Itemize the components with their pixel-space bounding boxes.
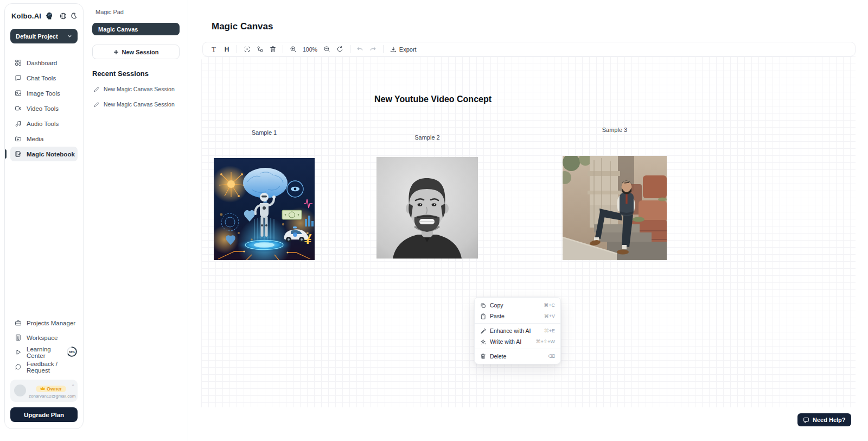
pencil-icon — [93, 86, 99, 92]
delete-tool-button[interactable] — [266, 43, 279, 55]
zoom-out-icon — [323, 46, 330, 53]
sidebar-item-audio-tools[interactable]: Audio Tools — [10, 116, 78, 131]
zoom-out-button[interactable] — [321, 43, 334, 55]
reset-rotate-icon — [336, 46, 343, 53]
flow-connector-icon — [257, 46, 264, 53]
download-icon — [390, 46, 397, 53]
context-menu-label: Delete — [490, 353, 506, 360]
context-menu-label: Write with AI — [490, 338, 521, 345]
magic-pad-item[interactable]: Magic Pad — [92, 8, 180, 16]
sidebar-item-media[interactable]: Media — [10, 131, 78, 146]
sidebar-footer: Projects Manager Workspace Learning Cent… — [10, 316, 78, 422]
sidebar-item-label: Audio Tools — [27, 121, 59, 127]
redo-button[interactable] — [367, 43, 380, 55]
magic-notebook-icon — [15, 150, 22, 158]
dark-mode-moon-icon[interactable] — [71, 11, 78, 20]
magic-wand-icon — [480, 328, 486, 334]
zoom-in-button[interactable] — [286, 43, 299, 55]
project-selector-label: Default Project — [16, 33, 58, 40]
redo-icon — [369, 46, 376, 53]
sidebar-item-label: Video Tools — [27, 105, 59, 112]
trash-icon — [270, 46, 276, 53]
language-globe-icon[interactable] — [60, 11, 67, 20]
sample-3-image[interactable] — [563, 156, 667, 260]
select-tool-button[interactable] — [240, 43, 253, 55]
brand-logo: Kolbo.AI — [11, 12, 41, 20]
need-help-button[interactable]: Need Help? — [797, 413, 851, 426]
connector-tool-button[interactable] — [253, 43, 266, 55]
image-icon — [15, 90, 22, 97]
context-menu-write-with-ai[interactable]: Write with AI ⌘+⇧+W — [475, 336, 560, 347]
sidebar-item-video-tools[interactable]: Video Tools — [10, 101, 78, 116]
context-menu-copy[interactable]: Copy ⌘+C — [475, 300, 560, 311]
pencil-icon — [93, 102, 99, 108]
owner-badge-label: Owner — [47, 386, 62, 392]
context-menu-shortcut: ⌘+E — [544, 328, 555, 333]
recent-session-item[interactable]: New Magic Canvas Session — [92, 99, 180, 109]
heading-tool-button[interactable]: H — [220, 43, 233, 55]
sidebar-item-label: Media — [27, 136, 43, 142]
recent-sessions-heading: Recent Sessions — [92, 70, 180, 78]
export-button[interactable]: Export — [387, 46, 420, 53]
chevron-down-icon — [67, 34, 72, 39]
copy-icon — [480, 303, 486, 308]
avatar — [14, 385, 26, 396]
sample-1-label[interactable]: Sample 1 — [214, 129, 315, 136]
project-selector[interactable]: Default Project — [10, 29, 78, 43]
sample-2-label[interactable]: Sample 2 — [376, 134, 478, 141]
undo-icon — [356, 46, 363, 53]
context-menu-shortcut: ⌫ — [548, 354, 555, 359]
text-tool-button[interactable]: T — [207, 43, 220, 55]
learning-progress-ring: 66% — [66, 346, 78, 358]
briefcase-icon — [15, 319, 22, 326]
sidebar-item-label: Image Tools — [27, 90, 60, 97]
learning-progress-value: 66% — [69, 350, 75, 354]
music-note-icon — [15, 120, 22, 127]
sidebar-item-learning-center[interactable]: Learning Center 66% — [10, 345, 78, 360]
zoom-level-value[interactable]: 100% — [299, 46, 321, 53]
sample-1-image[interactable]: ¥ — [214, 158, 315, 260]
sidebar-item-dashboard[interactable]: Dashboard — [10, 55, 78, 70]
toolbar-divider — [383, 45, 384, 53]
new-session-button[interactable]: New Session — [92, 45, 180, 59]
sidebar-item-feedback[interactable]: Feedback / Request — [10, 360, 78, 374]
context-menu-enhance-with-ai[interactable]: Enhance with AI ⌘+E — [475, 325, 560, 336]
context-menu-divider — [475, 323, 560, 324]
recent-session-item[interactable]: New Magic Canvas Session — [92, 84, 180, 94]
canvas-grid[interactable]: New Youtube Video Concept Sample 1 Sampl… — [201, 56, 856, 407]
magic-canvas-item[interactable]: Magic Canvas — [92, 23, 180, 35]
crown-icon — [40, 387, 45, 390]
sidebar-item-label: Projects Manager — [27, 320, 75, 326]
sidebar-item-label: Feedback / Request — [27, 361, 78, 374]
toolbar-divider — [283, 45, 283, 53]
context-menu-divider — [475, 349, 560, 349]
sample-2-image[interactable] — [376, 157, 478, 259]
upgrade-plan-button[interactable]: Upgrade Plan — [10, 407, 78, 422]
toolbar-divider — [237, 45, 237, 53]
context-menu-delete[interactable]: Delete ⌫ — [475, 351, 560, 362]
context-menu-shortcut: ⌘+⇧+W — [535, 339, 555, 344]
sessions-panel: Magic Pad Magic Canvas New Session Recen… — [84, 0, 188, 441]
canvas-heading[interactable]: New Youtube Video Concept — [374, 94, 492, 104]
sidebar-item-label: Dashboard — [27, 60, 57, 66]
toolbar-divider — [350, 45, 350, 53]
zoom-in-icon — [290, 46, 297, 53]
reset-view-button[interactable] — [334, 43, 347, 55]
sidebar-item-projects-manager[interactable]: Projects Manager — [10, 316, 78, 330]
sidebar-item-chat-tools[interactable]: Chat Tools — [10, 71, 78, 85]
video-icon — [15, 105, 22, 112]
context-menu-label: Enhance with AI — [490, 327, 531, 334]
selection-frame-icon — [244, 46, 251, 53]
sample-3-label[interactable]: Sample 3 — [563, 127, 667, 133]
sidebar-item-image-tools[interactable]: Image Tools — [10, 86, 78, 100]
user-card[interactable]: Owner zoharvan12@gmail.com ⌃ — [10, 380, 78, 402]
recent-sessions-list: New Magic Canvas Session New Magic Canva… — [92, 84, 180, 109]
app-root: Kolbo.AI Default Project Dashboard — [0, 0, 868, 441]
sparkle-icon — [480, 339, 486, 345]
sidebar-item-workspace[interactable]: Workspace — [10, 330, 78, 345]
undo-button[interactable] — [354, 43, 367, 55]
help-chat-icon — [803, 417, 809, 423]
context-menu-shortcut: ⌘+V — [544, 313, 555, 319]
context-menu-paste[interactable]: Paste ⌘+V — [475, 311, 560, 322]
sidebar-item-magic-notebook[interactable]: Magic Notebook — [10, 147, 78, 161]
